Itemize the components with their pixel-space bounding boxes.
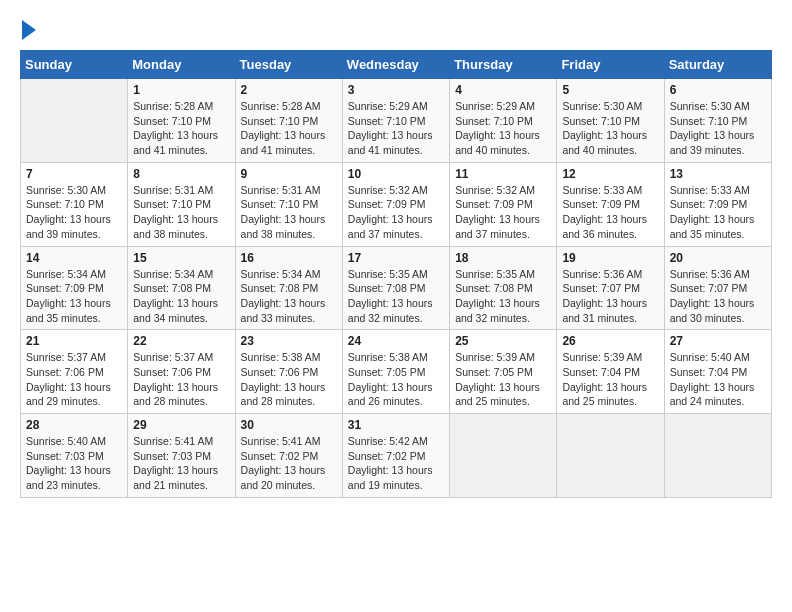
calendar-cell: 16Sunrise: 5:34 AM Sunset: 7:08 PM Dayli…	[235, 246, 342, 330]
calendar-cell: 27Sunrise: 5:40 AM Sunset: 7:04 PM Dayli…	[664, 330, 771, 414]
calendar-cell: 28Sunrise: 5:40 AM Sunset: 7:03 PM Dayli…	[21, 414, 128, 498]
day-info: Sunrise: 5:32 AM Sunset: 7:09 PM Dayligh…	[455, 183, 551, 242]
calendar-week-1: 1Sunrise: 5:28 AM Sunset: 7:10 PM Daylig…	[21, 79, 772, 163]
day-info: Sunrise: 5:41 AM Sunset: 7:03 PM Dayligh…	[133, 434, 229, 493]
calendar-cell: 15Sunrise: 5:34 AM Sunset: 7:08 PM Dayli…	[128, 246, 235, 330]
calendar-cell	[21, 79, 128, 163]
calendar-cell: 30Sunrise: 5:41 AM Sunset: 7:02 PM Dayli…	[235, 414, 342, 498]
day-info: Sunrise: 5:29 AM Sunset: 7:10 PM Dayligh…	[455, 99, 551, 158]
day-info: Sunrise: 5:40 AM Sunset: 7:03 PM Dayligh…	[26, 434, 122, 493]
day-info: Sunrise: 5:34 AM Sunset: 7:09 PM Dayligh…	[26, 267, 122, 326]
calendar-cell: 9Sunrise: 5:31 AM Sunset: 7:10 PM Daylig…	[235, 162, 342, 246]
day-info: Sunrise: 5:29 AM Sunset: 7:10 PM Dayligh…	[348, 99, 444, 158]
day-number: 15	[133, 251, 229, 265]
calendar-cell: 12Sunrise: 5:33 AM Sunset: 7:09 PM Dayli…	[557, 162, 664, 246]
calendar-week-3: 14Sunrise: 5:34 AM Sunset: 7:09 PM Dayli…	[21, 246, 772, 330]
calendar-week-2: 7Sunrise: 5:30 AM Sunset: 7:10 PM Daylig…	[21, 162, 772, 246]
day-info: Sunrise: 5:37 AM Sunset: 7:06 PM Dayligh…	[133, 350, 229, 409]
calendar-header-wednesday: Wednesday	[342, 51, 449, 79]
day-info: Sunrise: 5:41 AM Sunset: 7:02 PM Dayligh…	[241, 434, 337, 493]
day-info: Sunrise: 5:34 AM Sunset: 7:08 PM Dayligh…	[133, 267, 229, 326]
day-info: Sunrise: 5:35 AM Sunset: 7:08 PM Dayligh…	[348, 267, 444, 326]
day-info: Sunrise: 5:33 AM Sunset: 7:09 PM Dayligh…	[670, 183, 766, 242]
calendar-cell: 13Sunrise: 5:33 AM Sunset: 7:09 PM Dayli…	[664, 162, 771, 246]
day-info: Sunrise: 5:30 AM Sunset: 7:10 PM Dayligh…	[562, 99, 658, 158]
day-number: 22	[133, 334, 229, 348]
logo	[20, 20, 36, 40]
calendar-header-thursday: Thursday	[450, 51, 557, 79]
day-info: Sunrise: 5:32 AM Sunset: 7:09 PM Dayligh…	[348, 183, 444, 242]
calendar-header-sunday: Sunday	[21, 51, 128, 79]
calendar-week-5: 28Sunrise: 5:40 AM Sunset: 7:03 PM Dayli…	[21, 414, 772, 498]
calendar-cell: 1Sunrise: 5:28 AM Sunset: 7:10 PM Daylig…	[128, 79, 235, 163]
calendar-header-row: SundayMondayTuesdayWednesdayThursdayFrid…	[21, 51, 772, 79]
day-number: 28	[26, 418, 122, 432]
calendar-cell: 18Sunrise: 5:35 AM Sunset: 7:08 PM Dayli…	[450, 246, 557, 330]
calendar-cell: 6Sunrise: 5:30 AM Sunset: 7:10 PM Daylig…	[664, 79, 771, 163]
calendar-cell: 31Sunrise: 5:42 AM Sunset: 7:02 PM Dayli…	[342, 414, 449, 498]
day-info: Sunrise: 5:33 AM Sunset: 7:09 PM Dayligh…	[562, 183, 658, 242]
day-info: Sunrise: 5:34 AM Sunset: 7:08 PM Dayligh…	[241, 267, 337, 326]
day-number: 2	[241, 83, 337, 97]
day-info: Sunrise: 5:39 AM Sunset: 7:05 PM Dayligh…	[455, 350, 551, 409]
day-info: Sunrise: 5:31 AM Sunset: 7:10 PM Dayligh…	[133, 183, 229, 242]
calendar-header-friday: Friday	[557, 51, 664, 79]
day-number: 16	[241, 251, 337, 265]
calendar-cell	[450, 414, 557, 498]
day-number: 24	[348, 334, 444, 348]
calendar-cell: 17Sunrise: 5:35 AM Sunset: 7:08 PM Dayli…	[342, 246, 449, 330]
day-number: 25	[455, 334, 551, 348]
day-number: 27	[670, 334, 766, 348]
day-info: Sunrise: 5:30 AM Sunset: 7:10 PM Dayligh…	[670, 99, 766, 158]
calendar-cell: 8Sunrise: 5:31 AM Sunset: 7:10 PM Daylig…	[128, 162, 235, 246]
day-info: Sunrise: 5:31 AM Sunset: 7:10 PM Dayligh…	[241, 183, 337, 242]
day-number: 10	[348, 167, 444, 181]
calendar-cell: 25Sunrise: 5:39 AM Sunset: 7:05 PM Dayli…	[450, 330, 557, 414]
calendar-cell: 5Sunrise: 5:30 AM Sunset: 7:10 PM Daylig…	[557, 79, 664, 163]
day-number: 20	[670, 251, 766, 265]
day-number: 9	[241, 167, 337, 181]
day-info: Sunrise: 5:36 AM Sunset: 7:07 PM Dayligh…	[562, 267, 658, 326]
calendar-cell: 11Sunrise: 5:32 AM Sunset: 7:09 PM Dayli…	[450, 162, 557, 246]
day-number: 1	[133, 83, 229, 97]
day-info: Sunrise: 5:38 AM Sunset: 7:05 PM Dayligh…	[348, 350, 444, 409]
day-number: 6	[670, 83, 766, 97]
calendar-cell: 14Sunrise: 5:34 AM Sunset: 7:09 PM Dayli…	[21, 246, 128, 330]
calendar-cell: 7Sunrise: 5:30 AM Sunset: 7:10 PM Daylig…	[21, 162, 128, 246]
day-number: 12	[562, 167, 658, 181]
day-number: 31	[348, 418, 444, 432]
calendar-cell: 29Sunrise: 5:41 AM Sunset: 7:03 PM Dayli…	[128, 414, 235, 498]
page-header	[20, 20, 772, 40]
day-number: 7	[26, 167, 122, 181]
calendar-cell: 23Sunrise: 5:38 AM Sunset: 7:06 PM Dayli…	[235, 330, 342, 414]
day-info: Sunrise: 5:28 AM Sunset: 7:10 PM Dayligh…	[241, 99, 337, 158]
day-info: Sunrise: 5:37 AM Sunset: 7:06 PM Dayligh…	[26, 350, 122, 409]
day-number: 29	[133, 418, 229, 432]
calendar-header-tuesday: Tuesday	[235, 51, 342, 79]
calendar-cell: 10Sunrise: 5:32 AM Sunset: 7:09 PM Dayli…	[342, 162, 449, 246]
day-info: Sunrise: 5:38 AM Sunset: 7:06 PM Dayligh…	[241, 350, 337, 409]
day-number: 18	[455, 251, 551, 265]
day-number: 8	[133, 167, 229, 181]
calendar-header-monday: Monday	[128, 51, 235, 79]
day-info: Sunrise: 5:42 AM Sunset: 7:02 PM Dayligh…	[348, 434, 444, 493]
calendar-table: SundayMondayTuesdayWednesdayThursdayFrid…	[20, 50, 772, 498]
day-info: Sunrise: 5:35 AM Sunset: 7:08 PM Dayligh…	[455, 267, 551, 326]
calendar-cell: 20Sunrise: 5:36 AM Sunset: 7:07 PM Dayli…	[664, 246, 771, 330]
calendar-cell	[557, 414, 664, 498]
day-info: Sunrise: 5:30 AM Sunset: 7:10 PM Dayligh…	[26, 183, 122, 242]
calendar-cell: 24Sunrise: 5:38 AM Sunset: 7:05 PM Dayli…	[342, 330, 449, 414]
day-info: Sunrise: 5:40 AM Sunset: 7:04 PM Dayligh…	[670, 350, 766, 409]
day-number: 17	[348, 251, 444, 265]
day-number: 23	[241, 334, 337, 348]
day-info: Sunrise: 5:39 AM Sunset: 7:04 PM Dayligh…	[562, 350, 658, 409]
day-number: 11	[455, 167, 551, 181]
day-number: 13	[670, 167, 766, 181]
logo-arrow-icon	[22, 20, 36, 40]
calendar-week-4: 21Sunrise: 5:37 AM Sunset: 7:06 PM Dayli…	[21, 330, 772, 414]
day-number: 5	[562, 83, 658, 97]
day-number: 3	[348, 83, 444, 97]
day-number: 14	[26, 251, 122, 265]
calendar-cell: 2Sunrise: 5:28 AM Sunset: 7:10 PM Daylig…	[235, 79, 342, 163]
day-number: 21	[26, 334, 122, 348]
